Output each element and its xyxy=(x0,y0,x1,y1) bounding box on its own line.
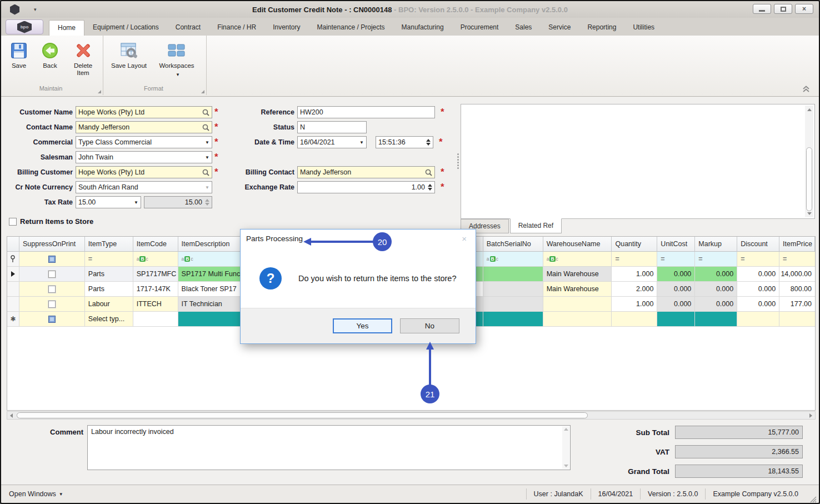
cell-quantity[interactable] xyxy=(612,312,657,327)
cell-markup[interactable]: 0.000 xyxy=(695,267,737,282)
cell-itemtype[interactable]: Labour xyxy=(85,297,133,312)
cell-itemtype[interactable]: Select typ... xyxy=(85,312,133,327)
checkbox-icon[interactable] xyxy=(48,316,56,323)
cell-warehousename[interactable]: Main Warehouse xyxy=(543,282,612,297)
cell-quantity[interactable]: 2.000 xyxy=(612,282,657,297)
scroll-right-icon[interactable] xyxy=(807,412,815,419)
search-icon[interactable] xyxy=(202,109,209,116)
no-button[interactable]: No xyxy=(400,318,459,333)
cell-markup[interactable]: 0.000 xyxy=(695,297,737,312)
filter-quantity[interactable]: = xyxy=(612,252,657,267)
open-windows-menu[interactable]: Open Windows ▼ xyxy=(9,490,63,498)
scrollbar-thumb[interactable] xyxy=(17,412,588,418)
search-icon[interactable] xyxy=(202,124,209,131)
cell-suppress[interactable] xyxy=(19,297,85,312)
header-discount[interactable]: Discount xyxy=(737,237,779,252)
customer-name-input[interactable]: Hope Works (Pty) Ltd xyxy=(76,106,212,118)
save-button[interactable]: Save xyxy=(4,39,33,72)
cell-itemcode[interactable] xyxy=(133,312,178,327)
filter-itemtype[interactable]: = xyxy=(85,252,133,267)
reference-input[interactable]: HW200 xyxy=(297,106,435,118)
yes-button[interactable]: Yes xyxy=(333,318,392,333)
checkbox-icon[interactable] xyxy=(48,301,56,308)
tab-home[interactable]: Home xyxy=(49,20,84,36)
filter-itemprice[interactable]: = xyxy=(779,252,815,267)
scroll-left-icon[interactable] xyxy=(7,412,16,419)
quick-access-caret-icon[interactable]: ▾ xyxy=(34,7,37,12)
save-layout-button[interactable]: Save Layout xyxy=(107,39,151,72)
tab-contract[interactable]: Contract xyxy=(167,20,209,36)
cell-itemtype[interactable]: Parts xyxy=(85,267,133,282)
filter-discount[interactable]: = xyxy=(737,252,779,267)
cell-warehousename[interactable] xyxy=(543,297,612,312)
filter-markup[interactable]: = xyxy=(695,252,737,267)
cell-itemcode[interactable]: SP1717MFC xyxy=(133,267,178,282)
cell-batchserialno[interactable] xyxy=(483,297,543,312)
panel-scrollbar[interactable] xyxy=(805,106,813,217)
minimize-button[interactable] xyxy=(753,4,771,14)
tab-equipment-locations[interactable]: Equipment / Locations xyxy=(84,20,167,36)
cell-warehousename[interactable]: Main Warehouse xyxy=(543,267,612,282)
cell-suppress[interactable] xyxy=(19,312,85,327)
header-unitcost[interactable]: UnitCost xyxy=(657,237,695,252)
cell-suppress[interactable] xyxy=(19,282,85,297)
cell-markup[interactable] xyxy=(695,312,737,327)
comment-scrollbar[interactable] xyxy=(562,426,569,469)
cell-itemcode[interactable]: ITTECH xyxy=(133,297,178,312)
checkbox-icon[interactable] xyxy=(48,286,56,293)
filter-warehousename[interactable]: aBc xyxy=(543,252,612,267)
cell-itemprice[interactable]: 177.00 xyxy=(779,297,815,312)
header-itemprice[interactable]: ItemPrice xyxy=(779,237,815,252)
tab-service[interactable]: Service xyxy=(540,20,579,36)
contact-name-input[interactable]: Mandy Jefferson xyxy=(76,121,212,133)
header-itemtype[interactable]: ItemType xyxy=(85,237,133,252)
status-input[interactable]: N xyxy=(297,121,367,133)
tab-inventory[interactable]: Inventory xyxy=(264,20,308,36)
header-batchserialno[interactable]: BatchSerialNo xyxy=(483,237,543,252)
tax-rate-select[interactable]: 15.00 ▼ xyxy=(76,196,141,208)
comment-textarea[interactable]: Labour incorrectly invoiced xyxy=(87,425,571,470)
scrollbar-thumb[interactable] xyxy=(806,147,812,211)
header-markup[interactable]: Markup xyxy=(695,237,737,252)
spinner-icon[interactable] xyxy=(425,184,432,191)
cell-discount[interactable]: 0.000 xyxy=(737,267,779,282)
billing-customer-input[interactable]: Hope Works (Pty) Ltd xyxy=(76,166,212,178)
cell-batchserialno[interactable] xyxy=(483,312,543,327)
cell-warehousename[interactable] xyxy=(543,312,612,327)
cell-batchserialno[interactable] xyxy=(483,282,543,297)
cell-unitcost[interactable]: 0.000 xyxy=(657,297,695,312)
maximize-button[interactable] xyxy=(774,4,792,14)
close-button[interactable]: × xyxy=(795,4,813,14)
cell-discount[interactable]: 0.000 xyxy=(737,282,779,297)
grid-horizontal-scrollbar[interactable] xyxy=(7,411,816,420)
filter-unitcost[interactable]: = xyxy=(657,252,695,267)
vertical-splitter[interactable] xyxy=(457,104,459,218)
cell-discount[interactable] xyxy=(737,312,779,327)
cell-itemprice[interactable] xyxy=(779,312,815,327)
scroll-up-icon[interactable] xyxy=(805,106,813,113)
cell-unitcost[interactable]: 0.000 xyxy=(657,267,695,282)
format-dialog-launcher[interactable] xyxy=(201,90,204,93)
return-items-checkbox[interactable] xyxy=(9,218,17,226)
cell-discount[interactable]: 0.000 xyxy=(737,297,779,312)
dialog-close-icon[interactable]: × xyxy=(458,233,470,244)
search-icon[interactable] xyxy=(202,169,209,176)
checkbox-icon[interactable] xyxy=(48,256,56,263)
cell-unitcost[interactable]: 0.000 xyxy=(657,282,695,297)
cell-unitcost[interactable] xyxy=(657,312,695,327)
workspaces-button[interactable]: Workspaces ▾ xyxy=(153,39,200,79)
app-menu-button[interactable]: bpo xyxy=(6,19,43,34)
tab-related-ref[interactable]: Related Ref xyxy=(510,218,562,233)
time-input[interactable]: 15:51:36 xyxy=(376,136,433,148)
resize-grip-icon[interactable] xyxy=(809,495,817,503)
tab-sales[interactable]: Sales xyxy=(507,20,540,36)
header-quantity[interactable]: Quantity xyxy=(612,237,657,252)
cell-itemcode[interactable]: 1717-147K xyxy=(133,282,178,297)
search-icon[interactable] xyxy=(425,169,432,176)
scroll-down-icon[interactable] xyxy=(564,465,568,467)
header-warehousename[interactable]: WarehouseName xyxy=(543,237,612,252)
checkbox-icon[interactable] xyxy=(48,271,56,278)
header-suppressonprint[interactable]: SuppressOnPrint xyxy=(19,237,85,252)
delete-item-button[interactable]: Delete Item xyxy=(67,39,99,79)
tab-procurement[interactable]: Procurement xyxy=(452,20,507,36)
